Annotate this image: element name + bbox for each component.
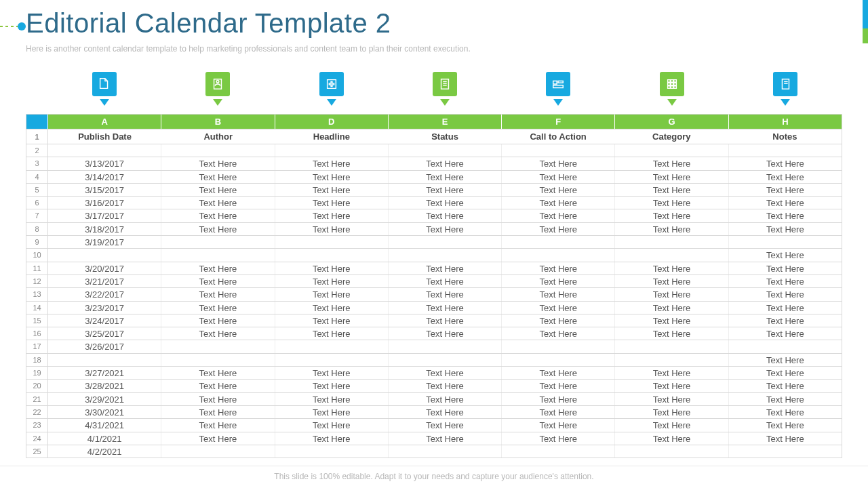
cell[interactable]: Text Here xyxy=(729,314,842,327)
cell[interactable]: Text Here xyxy=(615,393,728,405)
cell[interactable]: Text Here xyxy=(502,209,615,222)
cell[interactable] xyxy=(729,236,842,248)
cell[interactable]: Text Here xyxy=(729,419,842,431)
cell[interactable] xyxy=(48,354,161,366)
cell[interactable]: Text Here xyxy=(275,367,389,379)
cell[interactable]: Text Here xyxy=(502,314,615,327)
cell[interactable]: Text Here xyxy=(389,432,502,445)
cell[interactable]: Text Here xyxy=(615,157,728,169)
cell[interactable]: Text Here xyxy=(729,184,842,196)
cell[interactable]: Text Here xyxy=(729,223,842,235)
cell[interactable] xyxy=(389,236,502,248)
column-header-G[interactable]: G xyxy=(615,115,728,129)
cell[interactable]: Text Here xyxy=(729,262,842,274)
cell[interactable]: Text Here xyxy=(161,184,275,196)
select-all-corner[interactable] xyxy=(26,115,48,129)
cell[interactable]: Text Here xyxy=(275,171,389,183)
cell[interactable]: Text Here xyxy=(615,171,728,183)
cell[interactable]: Text Here xyxy=(502,171,615,183)
cell[interactable]: Text Here xyxy=(389,184,502,196)
cell[interactable]: Text Here xyxy=(275,223,389,235)
cell[interactable]: Text Here xyxy=(161,302,275,314)
cell[interactable]: 3/28/2021 xyxy=(48,380,161,392)
column-header-D[interactable]: D xyxy=(275,115,389,129)
cell[interactable]: Text Here xyxy=(729,380,842,392)
cell[interactable]: Text Here xyxy=(502,197,615,209)
row-number[interactable]: 25 xyxy=(26,445,48,458)
cell[interactable] xyxy=(161,249,275,261)
cell[interactable] xyxy=(615,445,728,458)
cell[interactable]: Text Here xyxy=(389,367,502,379)
cell[interactable]: Text Here xyxy=(161,209,275,222)
cell[interactable]: Text Here xyxy=(389,406,502,418)
cell[interactable]: 3/15/2017 xyxy=(48,184,161,196)
cell[interactable]: Text Here xyxy=(615,302,728,314)
cell[interactable]: Text Here xyxy=(502,302,615,314)
cell[interactable] xyxy=(389,354,502,366)
cell[interactable]: 3/21/2017 xyxy=(48,275,161,287)
cell[interactable]: Text Here xyxy=(502,432,615,445)
cell[interactable]: Text Here xyxy=(161,197,275,209)
cell[interactable]: Text Here xyxy=(502,288,615,300)
cell[interactable]: Text Here xyxy=(729,171,842,183)
cell[interactable]: Publish Date xyxy=(48,129,161,144)
cell[interactable]: Status xyxy=(388,129,501,144)
cell[interactable]: Text Here xyxy=(502,223,615,235)
cell[interactable]: Text Here xyxy=(389,197,502,209)
cell[interactable]: Text Here xyxy=(161,406,275,418)
cell[interactable]: Text Here xyxy=(275,197,389,209)
cell[interactable] xyxy=(161,144,275,157)
cell[interactable]: Text Here xyxy=(729,354,842,366)
cell[interactable]: Text Here xyxy=(729,197,842,209)
row-number[interactable]: 4 xyxy=(26,171,48,183)
cell[interactable]: Text Here xyxy=(729,393,842,405)
cell[interactable]: Text Here xyxy=(389,327,502,340)
cell[interactable]: Text Here xyxy=(615,380,728,392)
cell[interactable]: Text Here xyxy=(161,157,275,169)
cell[interactable]: Text Here xyxy=(161,380,275,392)
cell[interactable]: Text Here xyxy=(389,302,502,314)
cell[interactable]: Text Here xyxy=(615,367,728,379)
cell[interactable]: Text Here xyxy=(615,209,728,222)
cell[interactable]: 3/18/2017 xyxy=(48,223,161,235)
cell[interactable]: 4/1/2021 xyxy=(48,432,161,445)
cell[interactable]: Text Here xyxy=(275,288,389,300)
cell[interactable]: Text Here xyxy=(389,171,502,183)
cell[interactable]: Text Here xyxy=(615,419,728,431)
cell[interactable] xyxy=(615,340,728,352)
cell[interactable]: Text Here xyxy=(389,157,502,169)
row-number[interactable]: 24 xyxy=(26,432,48,445)
cell[interactable]: 3/16/2017 xyxy=(48,197,161,209)
cell[interactable]: Text Here xyxy=(275,209,389,222)
cell[interactable]: Text Here xyxy=(502,275,615,287)
cell[interactable]: 4/2/2021 xyxy=(48,445,161,458)
cell[interactable]: Text Here xyxy=(502,380,615,392)
row-number[interactable]: 5 xyxy=(26,184,48,196)
cell[interactable]: Text Here xyxy=(275,327,389,340)
row-number[interactable]: 21 xyxy=(26,393,48,405)
cell[interactable]: Text Here xyxy=(389,314,502,327)
cell[interactable]: Headline xyxy=(275,129,388,144)
cell[interactable] xyxy=(615,236,728,248)
cell[interactable]: Text Here xyxy=(729,406,842,418)
cell[interactable]: Text Here xyxy=(729,157,842,169)
cell[interactable]: Text Here xyxy=(729,367,842,379)
cell[interactable] xyxy=(502,249,615,261)
cell[interactable]: 3/29/2021 xyxy=(48,393,161,405)
column-header-F[interactable]: F xyxy=(502,115,615,129)
cell[interactable]: Text Here xyxy=(161,419,275,431)
cell[interactable]: Text Here xyxy=(389,262,502,274)
cell[interactable]: Text Here xyxy=(615,432,728,445)
cell[interactable]: Text Here xyxy=(275,419,389,431)
cell[interactable] xyxy=(48,249,161,261)
cell[interactable]: Text Here xyxy=(615,288,728,300)
row-number[interactable]: 17 xyxy=(26,340,48,352)
cell[interactable]: Text Here xyxy=(729,275,842,287)
cell[interactable] xyxy=(729,445,842,458)
cell[interactable] xyxy=(275,144,389,157)
cell[interactable]: Text Here xyxy=(275,314,389,327)
cell[interactable]: Text Here xyxy=(729,302,842,314)
cell[interactable] xyxy=(502,144,615,157)
cell[interactable]: 3/13/2017 xyxy=(48,157,161,169)
cell[interactable] xyxy=(389,249,502,261)
